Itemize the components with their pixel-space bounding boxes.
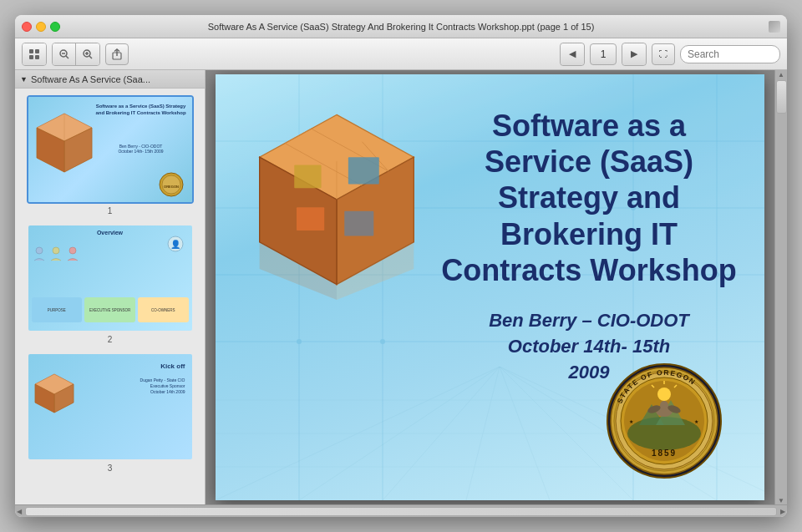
svg-rect-0: [29, 49, 33, 53]
main-content: ▼ Software As A Service (Saa...: [15, 70, 787, 504]
svg-point-83: [660, 401, 668, 409]
slide-title: Software as a Service (SaaS) Strategy an…: [439, 108, 739, 288]
svg-point-44: [380, 339, 385, 344]
toolbar: ◀ 1 ▶ ⛶: [15, 38, 787, 70]
svg-rect-1: [35, 49, 39, 53]
search-input[interactable]: [680, 45, 780, 63]
svg-point-43: [297, 339, 302, 344]
thumb2-boxes: PURPOSE EXECUTIVE SPONSOR CO-OWNERS: [32, 297, 189, 322]
share-button[interactable]: [105, 43, 129, 65]
zoom-btn-group: [52, 43, 100, 66]
minimize-button[interactable]: [36, 22, 46, 32]
slide-thumb-2: Overview 👤: [27, 224, 194, 332]
slide-number-1: 1: [108, 206, 113, 215]
sidebar-arrow-icon: ▼: [20, 75, 28, 84]
prev-page-button[interactable]: ◀: [561, 43, 584, 65]
traffic-lights: [22, 22, 60, 32]
svg-point-24: [36, 247, 43, 254]
slide-thumbnail-1[interactable]: Software as a Service (SaaS) Strategy an…: [20, 95, 200, 215]
svg-rect-66: [344, 211, 373, 236]
cube-mini-1: [33, 109, 96, 176]
slide-number-3: 3: [108, 464, 113, 473]
svg-text:★: ★: [629, 419, 633, 424]
svg-text:OREGON: OREGON: [164, 185, 179, 189]
page-number: 1: [590, 43, 617, 65]
thumb2-overview-icon: 👤: [167, 236, 184, 252]
scrollbar-thumb[interactable]: [776, 80, 787, 114]
svg-rect-65: [294, 165, 321, 188]
sidebar-header: ▼ Software As A Service (Saa...: [15, 70, 205, 89]
maximize-button[interactable]: [50, 22, 60, 32]
svg-text:1859: 1859: [652, 448, 677, 458]
thumb2-box-purpose: PURPOSE: [32, 297, 83, 322]
slide-display-area: Software as a Service (SaaS) Strategy an…: [206, 70, 774, 504]
oregon-seal: STATE OF OREGON 1859 ★ ★: [606, 362, 723, 479]
svg-point-78: [657, 388, 671, 401]
slide-number-2: 2: [108, 335, 113, 344]
cube-mini-3: [32, 371, 78, 417]
zoom-in-button[interactable]: [76, 43, 99, 65]
slide-list: Software as a Service (SaaS) Strategy an…: [15, 89, 205, 504]
slide-thumbnail-2[interactable]: Overview 👤: [20, 224, 200, 344]
thumb-bg-2: Overview 👤: [28, 225, 192, 331]
svg-line-10: [89, 56, 92, 58]
svg-text:👤: 👤: [170, 239, 181, 250]
zoom-out-button[interactable]: [53, 43, 76, 65]
thumb2-title: Overview: [97, 230, 123, 236]
view-btn-group: [22, 43, 47, 66]
svg-text:★: ★: [694, 419, 698, 424]
thumb3-sub: Dugan Petty - State CIOExecutive Sponsor…: [140, 377, 185, 395]
svg-rect-64: [348, 157, 379, 184]
window-title: Software As A Service (SaaS) Strategy An…: [208, 22, 595, 32]
slide-thumb-3: Kick off Dugan Petty - State CIOExecutiv…: [27, 352, 194, 461]
svg-point-25: [53, 247, 59, 254]
application-window: Software As A Service (SaaS) Strategy An…: [15, 15, 787, 517]
svg-rect-3: [35, 55, 39, 59]
close-button[interactable]: [22, 22, 32, 32]
sidebar-title: Software As A Service (Saa...: [31, 74, 150, 84]
svg-point-26: [69, 247, 76, 254]
slide-canvas: Software as a Service (SaaS) Strategy an…: [216, 74, 764, 500]
next-page-button[interactable]: ▶: [622, 43, 646, 65]
nav-btn-group: ◀: [560, 43, 585, 66]
person-icon-2: [48, 246, 63, 261]
sidebar: ▼ Software As A Service (Saa...: [15, 70, 206, 504]
slide-thumb-1: Software as a Service (SaaS) Strategy an…: [27, 95, 194, 204]
thumb3-title: Kick off: [160, 362, 185, 370]
thumb-bg-1: Software as a Service (SaaS) Strategy an…: [28, 97, 192, 202]
vertical-scrollbar[interactable]: ▲ ▼: [774, 70, 787, 504]
slide-thumbnail-3[interactable]: Kick off Dugan Petty - State CIOExecutiv…: [20, 352, 200, 473]
resize-icon[interactable]: [769, 21, 780, 33]
thumb2-box-exec: EXECUTIVE SPONSOR: [84, 297, 135, 322]
titlebar-right: [769, 21, 780, 33]
svg-line-6: [66, 56, 69, 58]
horizontal-scrollbar[interactable]: ◀ ▶: [15, 504, 787, 517]
thumb2-box-owners: CO-OWNERS: [138, 297, 189, 322]
svg-rect-67: [297, 207, 324, 231]
main-cube-graphic: [228, 99, 445, 300]
person-icon-3: [65, 246, 80, 261]
thumb-bg-3: Kick off Dugan Petty - State CIOExecutiv…: [28, 354, 192, 459]
thumb1-sub: Ben Berry - CIO-ODOTOctober 14th- 15th 2…: [95, 144, 187, 154]
svg-rect-2: [29, 55, 33, 59]
fullscreen-button[interactable]: ⛶: [652, 43, 675, 65]
thumb1-seal: OREGON: [159, 172, 184, 197]
thumb1-title: Software as a Service (SaaS) Strategy an…: [95, 104, 187, 117]
nav-btn-group-right: ▶: [622, 43, 647, 66]
view-button[interactable]: [23, 43, 46, 65]
person-icon-1: [32, 246, 47, 261]
titlebar: Software As A Service (SaaS) Strategy An…: [15, 15, 787, 38]
